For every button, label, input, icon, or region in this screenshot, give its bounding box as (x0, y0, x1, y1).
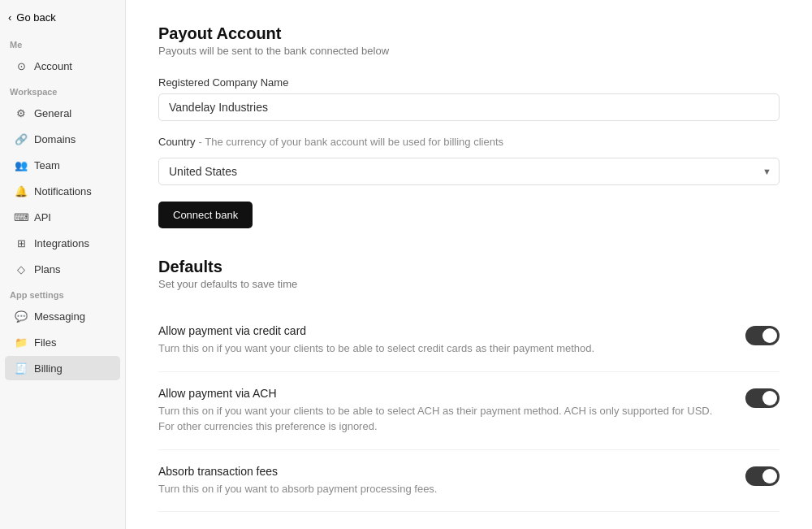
connect-bank-button[interactable]: Connect bank (158, 202, 253, 228)
go-back-label: Go back (16, 11, 55, 24)
toggle-title-absorb-fees: Absorb transaction fees (158, 465, 729, 478)
sidebar-item-label: Domains (34, 133, 76, 145)
toggle-desc-absorb-fees: Turn this on if you want to absorb payme… (158, 481, 729, 497)
sidebar-item-api[interactable]: ⌨ API (5, 205, 120, 229)
terminal-icon: ⌨ (15, 210, 28, 223)
toggle-text-credit-card: Allow payment via credit card Turn this … (158, 324, 745, 357)
me-section-label: Me (0, 32, 125, 53)
sidebar-item-label: Messaging (34, 310, 85, 323)
folder-icon: 📁 (15, 336, 28, 349)
app-settings-section-label: App settings (0, 282, 125, 303)
toggle-row-absorb-fees: Absorb transaction fees Turn this on if … (158, 450, 780, 513)
workspace-section-label: Workspace (0, 79, 125, 100)
sidebar-item-plans[interactable]: ◇ Plans (5, 257, 120, 281)
toggle-thumb-ach (762, 391, 777, 405)
grid-icon: ⊞ (15, 236, 28, 249)
chat-icon: 💬 (15, 310, 28, 323)
company-name-label: Registered Company Name (158, 76, 780, 89)
sidebar-item-label: Integrations (34, 237, 89, 249)
sidebar-item-billing[interactable]: 🧾 Billing (5, 356, 120, 380)
country-label-row: Country - The currency of your bank acco… (158, 136, 780, 153)
toggle-switch-credit-card[interactable] (745, 326, 780, 345)
go-back-button[interactable]: ‹ Go back (0, 0, 125, 32)
sidebar-item-integrations[interactable]: ⊞ Integrations (5, 231, 120, 255)
sidebar-item-domains[interactable]: 🔗 Domains (5, 127, 120, 151)
sidebar-item-label: Account (34, 60, 72, 72)
people-icon: 👥 (15, 158, 28, 171)
person-circle-icon: ⊙ (15, 59, 28, 72)
sidebar-item-messaging[interactable]: 💬 Messaging (5, 304, 120, 328)
main-content: Payout Account Payouts will be sent to t… (126, 0, 812, 529)
sidebar-item-general[interactable]: ⚙ General (5, 101, 120, 125)
country-note: - The currency of your bank account will… (199, 136, 504, 148)
sidebar-item-files[interactable]: 📁 Files (5, 330, 120, 354)
payout-subtitle: Payouts will be sent to the bank connect… (158, 45, 780, 57)
sidebar-item-notifications[interactable]: 🔔 Notifications (5, 179, 120, 203)
sidebar-item-account[interactable]: ⊙ Account (5, 54, 120, 78)
chevron-left-icon: ‹ (8, 11, 11, 24)
payout-title: Payout Account (158, 24, 780, 43)
receipt-icon: 🧾 (15, 362, 28, 375)
sidebar-item-label: Plans (34, 263, 61, 275)
defaults-subtitle: Set your defaults to save time (158, 278, 780, 290)
toggle-title-ach: Allow payment via ACH (158, 387, 729, 400)
toggle-switch-absorb-fees[interactable] (745, 466, 780, 486)
country-select-wrapper: United States United Kingdom Canada Aust… (158, 158, 780, 185)
sidebar-item-team[interactable]: 👥 Team (5, 153, 120, 177)
defaults-title: Defaults (158, 258, 780, 276)
toggle-desc-ach: Turn this on if you want your clients to… (158, 403, 729, 435)
toggle-row-credit-card: Allow payment via credit card Turn this … (158, 310, 780, 372)
toggle-switch-ach[interactable] (745, 388, 780, 408)
sidebar-item-label: Files (34, 336, 56, 349)
sidebar: ‹ Go back Me ⊙ Account Workspace ⚙ Gener… (0, 0, 126, 529)
country-select[interactable]: United States United Kingdom Canada Aust… (158, 158, 780, 185)
country-label: Country (158, 136, 196, 148)
sliders-icon: ⚙ (15, 106, 28, 119)
sidebar-item-label: General (34, 107, 71, 119)
company-name-input[interactable] (158, 93, 780, 121)
toggle-thumb-credit-card (762, 328, 777, 343)
sidebar-item-label: API (34, 211, 51, 223)
toggle-text-absorb-fees: Absorb transaction fees Turn this on if … (158, 465, 745, 497)
toggle-text-ach: Allow payment via ACH Turn this on if yo… (158, 387, 745, 435)
toggle-title-credit-card: Allow payment via credit card (158, 324, 729, 337)
tag-icon: ◇ (15, 262, 28, 275)
bell-icon: 🔔 (15, 184, 28, 197)
toggle-thumb-absorb-fees (762, 469, 777, 483)
link-icon: 🔗 (15, 132, 28, 145)
toggle-desc-credit-card: Turn this on if you want your clients to… (158, 340, 729, 357)
sidebar-item-label: Billing (34, 362, 63, 375)
sidebar-item-label: Team (34, 159, 60, 171)
sidebar-item-label: Notifications (34, 185, 92, 197)
toggle-row-ach: Allow payment via ACH Turn this on if yo… (158, 372, 780, 450)
